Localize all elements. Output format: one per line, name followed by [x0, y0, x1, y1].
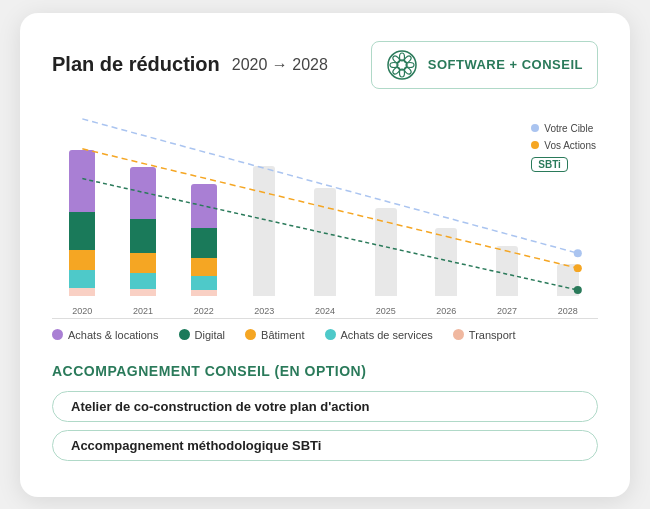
- accompagnement-title: ACCOMPAGNEMENT CONSEIL (EN OPTION): [52, 363, 598, 379]
- legend-services: Achats de services: [325, 329, 433, 341]
- legend-label-services: Achats de services: [341, 329, 433, 341]
- accompagnement-section: ACCOMPAGNEMENT CONSEIL (EN OPTION) Ateli…: [52, 363, 598, 469]
- future-bar-2023: [253, 166, 275, 296]
- bar-digital-2020: [69, 212, 95, 250]
- votre-cible-label: Votre Cible: [544, 123, 593, 134]
- bar-transport-2022: [191, 290, 217, 296]
- legend-dot-digital: [179, 329, 190, 340]
- bar-col-2024: 2024: [295, 121, 356, 296]
- legend-label-achats: Achats & locations: [68, 329, 159, 341]
- future-bar-2025: [375, 208, 397, 296]
- legend-dot-services: [325, 329, 336, 340]
- bar-label-2026: 2026: [436, 306, 456, 316]
- legend-label-transport: Transport: [469, 329, 516, 341]
- legend-transport: Transport: [453, 329, 516, 341]
- bar-batiment-2020: [69, 250, 95, 270]
- bar-label-2025: 2025: [376, 306, 396, 316]
- logo-text: SOFTWARE + CONSEIL: [428, 57, 583, 72]
- pill-accompagnement: Accompagnement méthodologique SBTi: [52, 430, 598, 461]
- bar-label-2023: 2023: [254, 306, 274, 316]
- sbti-badge: SBTi: [531, 157, 568, 172]
- legend-label-batiment: Bâtiment: [261, 329, 304, 341]
- bar-label-2020: 2020: [72, 306, 92, 316]
- legend-label-digital: Digital: [195, 329, 226, 341]
- bar-transport-2020: [69, 288, 95, 296]
- side-legend-sbti: SBTi: [531, 157, 596, 172]
- chart-legend: Achats & locations Digital Bâtiment Acha…: [52, 329, 598, 341]
- legend-digital: Digital: [179, 329, 226, 341]
- legend-batiment: Bâtiment: [245, 329, 304, 341]
- bar-digital-2022: [191, 228, 217, 258]
- main-card: Plan de réduction 2020 → 2028: [20, 13, 630, 497]
- bar-col-2025: 2025: [355, 121, 416, 296]
- legend-dot-achats: [52, 329, 63, 340]
- future-bar-2028: [557, 264, 579, 296]
- bar-label-2021: 2021: [133, 306, 153, 316]
- bar-label-2022: 2022: [194, 306, 214, 316]
- chart-header: Plan de réduction 2020 → 2028: [52, 41, 598, 89]
- chart-title-text: Plan de réduction: [52, 53, 220, 76]
- bar-services-2021: [130, 273, 156, 289]
- legend-dot-batiment: [245, 329, 256, 340]
- vos-actions-dot: [531, 141, 539, 149]
- future-bar-2026: [435, 228, 457, 296]
- bar-col-2027: 2027: [477, 121, 538, 296]
- vos-actions-label: Vos Actions: [544, 140, 596, 151]
- bar-label-2028: 2028: [558, 306, 578, 316]
- bar-batiment-2022: [191, 258, 217, 276]
- bar-col-2020: 2020: [52, 121, 113, 296]
- bar-services-2020: [69, 270, 95, 288]
- chart-year-range: 2020 → 2028: [232, 56, 328, 74]
- chart-section: Plan de réduction 2020 → 2028: [52, 41, 598, 341]
- side-legend: Votre Cible Vos Actions SBTi: [531, 123, 596, 172]
- logo-icon: [386, 49, 418, 81]
- side-legend-vos-actions: Vos Actions: [531, 140, 596, 151]
- future-bar-2024: [314, 188, 336, 296]
- future-bar-2027: [496, 246, 518, 296]
- bar-label-2027: 2027: [497, 306, 517, 316]
- bar-services-2022: [191, 276, 217, 290]
- chart-area: 2020 2021: [52, 99, 598, 319]
- bar-achats-2022: [191, 184, 217, 228]
- svg-point-0: [388, 51, 416, 79]
- bar-col-2021: 2021: [113, 121, 174, 296]
- votre-cible-dot: [531, 124, 539, 132]
- bar-label-2024: 2024: [315, 306, 335, 316]
- bar-digital-2021: [130, 219, 156, 253]
- logo-box: SOFTWARE + CONSEIL: [371, 41, 598, 89]
- bar-achats-2021: [130, 167, 156, 219]
- side-legend-votre-cible: Votre Cible: [531, 123, 596, 134]
- bar-col-2026: 2026: [416, 121, 477, 296]
- bar-col-2022: 2022: [173, 121, 234, 296]
- pill-atelier: Atelier de co-construction de votre plan…: [52, 391, 598, 422]
- bar-achats-2020: [69, 150, 95, 212]
- legend-dot-transport: [453, 329, 464, 340]
- bar-transport-2021: [130, 289, 156, 296]
- bar-batiment-2021: [130, 253, 156, 273]
- chart-title: Plan de réduction 2020 → 2028: [52, 53, 328, 76]
- pills-list: Atelier de co-construction de votre plan…: [52, 391, 598, 469]
- bar-col-2023: 2023: [234, 121, 295, 296]
- legend-achats-locations: Achats & locations: [52, 329, 159, 341]
